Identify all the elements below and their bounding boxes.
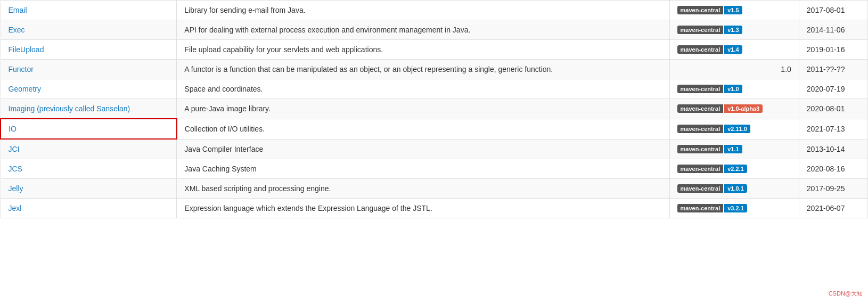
library-link[interactable]: Imaging (previously called Sanselan) <box>9 104 130 113</box>
badge-version: v2.11.0 <box>724 125 750 133</box>
library-badge-cell: maven-centralv1.0-alpha3 <box>669 99 799 119</box>
maven-badge: maven-centralv1.0.1 <box>677 184 791 193</box>
library-description: Java Compiler Interface <box>177 139 669 159</box>
library-description: Library for sending e-mail from Java. <box>177 1 669 20</box>
badge-version: v1.1 <box>724 145 742 153</box>
badge-version: v1.3 <box>724 26 742 34</box>
library-badge-cell: maven-centralv1.3 <box>669 20 799 40</box>
maven-badge: maven-centralv1.0 <box>677 85 791 93</box>
library-name-cell: FileUpload <box>1 40 177 60</box>
library-name-cell: Geometry <box>1 79 177 99</box>
badge-label: maven-central <box>677 6 724 14</box>
library-table: EmailLibrary for sending e-mail from Jav… <box>0 0 868 218</box>
main-table-container: EmailLibrary for sending e-mail from Jav… <box>0 0 868 218</box>
library-date: 2020-08-16 <box>799 159 867 179</box>
library-name-cell: Imaging (previously called Sanselan) <box>1 99 177 119</box>
maven-badge: maven-centralv2.2.1 <box>677 165 791 173</box>
library-link[interactable]: Email <box>9 6 27 14</box>
badge-label: maven-central <box>677 104 724 113</box>
library-date: 2020-08-01 <box>799 99 867 119</box>
maven-badge: maven-centralv1.3 <box>677 26 791 34</box>
library-description: A pure-Java image library. <box>177 99 669 119</box>
library-date: 2019-01-16 <box>799 40 867 60</box>
library-name-cell: Jexl <box>1 199 177 218</box>
library-badge-cell: maven-centralv1.4 <box>669 40 799 60</box>
library-badge-cell: maven-centralv2.2.1 <box>669 159 799 179</box>
library-description: XML based scripting and processing engin… <box>177 179 669 199</box>
library-description: A functor is a function that can be mani… <box>177 60 669 79</box>
library-badge-cell: maven-centralv1.0 <box>669 79 799 99</box>
library-description: Java Caching System <box>177 159 669 179</box>
library-badge-cell: 1.0 <box>669 60 799 79</box>
badge-version: v1.0.1 <box>724 184 747 193</box>
badge-label: maven-central <box>677 85 724 93</box>
library-badge-cell: maven-centralv2.11.0 <box>669 119 799 139</box>
library-description: API for dealing with external process ex… <box>177 20 669 40</box>
badge-label: maven-central <box>677 165 724 173</box>
library-link[interactable]: Exec <box>9 26 25 34</box>
version-plain: 1.0 <box>781 65 791 73</box>
badge-version: v1.0-alpha3 <box>724 104 763 113</box>
badge-version: v1.0 <box>724 85 742 93</box>
library-link[interactable]: Jexl <box>9 204 22 212</box>
badge-label: maven-central <box>677 125 724 133</box>
library-link[interactable]: Functor <box>9 65 34 73</box>
library-name-cell: JCI <box>1 139 177 159</box>
maven-badge: maven-centralv1.5 <box>677 6 791 14</box>
library-date: 2017-08-01 <box>799 1 867 20</box>
badge-label: maven-central <box>677 184 724 193</box>
maven-badge: maven-centralv3.2.1 <box>677 204 791 212</box>
library-name-cell: Exec <box>1 20 177 40</box>
library-name-cell: IO <box>1 119 177 139</box>
library-badge-cell: maven-centralv1.1 <box>669 139 799 159</box>
library-link[interactable]: IO <box>9 125 17 133</box>
library-badge-cell: maven-centralv3.2.1 <box>669 199 799 218</box>
library-date: 2011-??-?? <box>799 60 867 79</box>
badge-version: v1.5 <box>724 6 742 14</box>
library-link[interactable]: Geometry <box>9 85 41 93</box>
badge-label: maven-central <box>677 145 724 153</box>
maven-badge: maven-centralv1.4 <box>677 45 791 54</box>
library-link[interactable]: Jelly <box>9 184 23 193</box>
badge-label: maven-central <box>677 45 724 54</box>
library-link[interactable]: JCI <box>9 145 20 153</box>
library-name-cell: Email <box>1 1 177 20</box>
library-badge-cell: maven-centralv1.0.1 <box>669 179 799 199</box>
library-name-cell: Functor <box>1 60 177 79</box>
badge-label: maven-central <box>677 26 724 34</box>
library-description: Collection of I/O utilities. <box>177 119 669 139</box>
badge-version: v1.4 <box>724 45 742 54</box>
library-description: Space and coordinates. <box>177 79 669 99</box>
library-date: 2021-07-13 <box>799 119 867 139</box>
library-name-cell: Jelly <box>1 179 177 199</box>
library-date: 2013-10-14 <box>799 139 867 159</box>
library-date: 2017-09-25 <box>799 179 867 199</box>
maven-badge: maven-centralv1.0-alpha3 <box>677 104 791 113</box>
library-description: File upload capability for your servlets… <box>177 40 669 60</box>
library-date: 2021-06-07 <box>799 199 867 218</box>
maven-badge: maven-centralv1.1 <box>677 145 791 153</box>
library-link[interactable]: FileUpload <box>9 45 44 54</box>
badge-version: v3.2.1 <box>724 204 747 212</box>
library-link[interactable]: JCS <box>9 165 22 173</box>
library-date: 2014-11-06 <box>799 20 867 40</box>
library-badge-cell: maven-centralv1.5 <box>669 1 799 20</box>
library-name-cell: JCS <box>1 159 177 179</box>
library-description: Expression language which extends the Ex… <box>177 199 669 218</box>
library-date: 2020-07-19 <box>799 79 867 99</box>
badge-version: v2.2.1 <box>724 165 747 173</box>
maven-badge: maven-centralv2.11.0 <box>677 125 791 133</box>
badge-label: maven-central <box>677 204 724 212</box>
